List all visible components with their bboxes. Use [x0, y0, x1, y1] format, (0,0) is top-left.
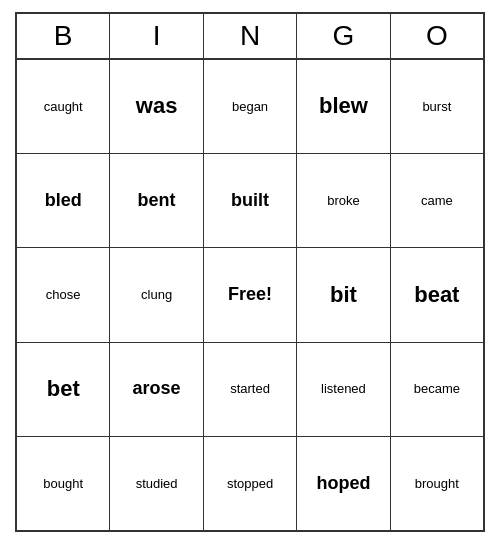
grid-cell-2-2: Free!: [204, 248, 297, 341]
grid-cell-1-4: came: [391, 154, 483, 247]
grid-row-4: boughtstudiedstoppedhopedbrought: [17, 437, 483, 530]
grid-cell-3-2: started: [204, 343, 297, 436]
grid-cell-4-1: studied: [110, 437, 203, 530]
grid-cell-0-4: burst: [391, 60, 483, 153]
grid-cell-0-1: was: [110, 60, 203, 153]
grid-cell-3-3: listened: [297, 343, 390, 436]
grid-cell-4-0: bought: [17, 437, 110, 530]
grid-cell-0-2: began: [204, 60, 297, 153]
header-letter-g: G: [297, 14, 390, 58]
bingo-header: BINGO: [17, 14, 483, 60]
grid-cell-4-4: brought: [391, 437, 483, 530]
grid-cell-1-1: bent: [110, 154, 203, 247]
grid-cell-1-0: bled: [17, 154, 110, 247]
grid-cell-2-0: chose: [17, 248, 110, 341]
grid-row-2: choseclungFree!bitbeat: [17, 248, 483, 342]
grid-row-3: betarosestartedlistenedbecame: [17, 343, 483, 437]
grid-cell-3-1: arose: [110, 343, 203, 436]
grid-cell-4-3: hoped: [297, 437, 390, 530]
grid-row-1: bledbentbuiltbrokecame: [17, 154, 483, 248]
grid-cell-3-4: became: [391, 343, 483, 436]
grid-cell-2-4: beat: [391, 248, 483, 341]
grid-row-0: caughtwasbeganblewburst: [17, 60, 483, 154]
grid-cell-3-0: bet: [17, 343, 110, 436]
header-letter-i: I: [110, 14, 203, 58]
header-letter-b: B: [17, 14, 110, 58]
grid-cell-1-2: built: [204, 154, 297, 247]
grid-cell-0-0: caught: [17, 60, 110, 153]
grid-cell-1-3: broke: [297, 154, 390, 247]
grid-cell-0-3: blew: [297, 60, 390, 153]
bingo-grid: caughtwasbeganblewburstbledbentbuiltbrok…: [17, 60, 483, 530]
grid-cell-2-3: bit: [297, 248, 390, 341]
grid-cell-2-1: clung: [110, 248, 203, 341]
header-letter-n: N: [204, 14, 297, 58]
grid-cell-4-2: stopped: [204, 437, 297, 530]
bingo-card: BINGO caughtwasbeganblewburstbledbentbui…: [15, 12, 485, 532]
header-letter-o: O: [391, 14, 483, 58]
